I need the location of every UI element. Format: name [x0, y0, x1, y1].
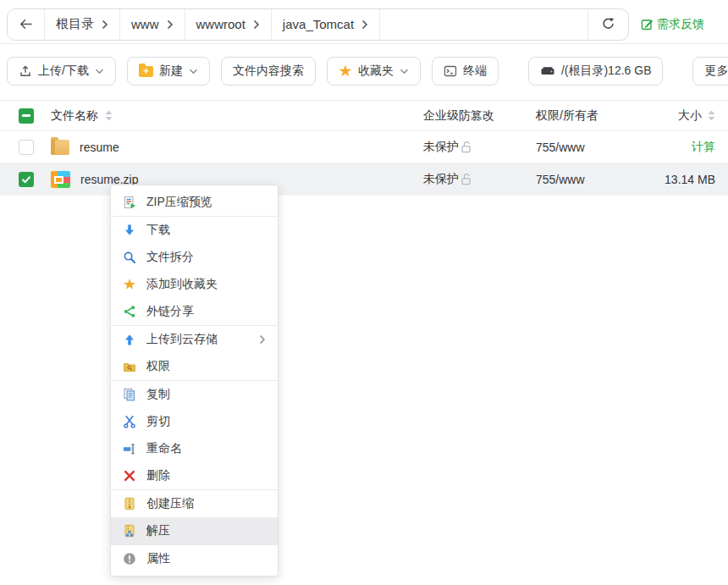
menu-item-extract[interactable]: 解压 [111, 517, 278, 544]
tamper-status[interactable]: 未保护 [423, 140, 536, 155]
top-bar: 根目录 www wwwroot java_Tomcat 需求反馈 [0, 0, 728, 44]
menu-item-label: 重命名 [146, 441, 182, 456]
chevron-down-icon [189, 69, 198, 75]
owner-permission: 755/www [536, 141, 656, 154]
table-row[interactable]: resume.zip 未保护 755/www 13.14 MB [0, 163, 728, 196]
menu-item-file-split[interactable]: 文件拆分 [111, 244, 278, 271]
content-search-button[interactable]: 文件内容搜索 [221, 57, 316, 86]
feedback-label[interactable]: 需求反馈 [657, 17, 704, 32]
permission-folder-icon [123, 360, 136, 373]
breadcrumb: 根目录 www wwwroot java_Tomcat [7, 8, 629, 41]
menu-item-zip-preview[interactable]: ZIP压缩预览 [111, 189, 278, 216]
upload-download-button[interactable]: 上传/下载 [7, 57, 116, 86]
menu-item-add-favorite[interactable]: 添加到收藏夹 [111, 271, 278, 298]
menu-item-copy[interactable]: 复制 [111, 381, 278, 408]
menu-item-attribute[interactable]: 属性 [111, 545, 278, 572]
menu-item-label: 解压 [146, 523, 170, 538]
toolbar: 上传/下载 新建 文件内容搜索 收藏夹 终端 /(根目录)12.6 GB 更多功… [0, 44, 728, 86]
breadcrumb-item-root[interactable]: 根目录 [45, 9, 120, 40]
breadcrumb-label[interactable]: java_Tomcat [283, 17, 354, 31]
zip-preview-icon [123, 196, 136, 209]
button-label: 上传/下载 [38, 63, 89, 79]
new-button[interactable]: 新建 [127, 57, 210, 86]
arrow-left-icon [19, 18, 33, 30]
refresh-icon [601, 17, 615, 31]
file-size: 13.14 MB [665, 173, 715, 186]
menu-item-label: 下载 [146, 223, 170, 238]
menu-item-label: 属性 [146, 551, 170, 566]
terminal-icon [444, 64, 457, 78]
download-arrow-icon [123, 224, 136, 237]
path-input-area[interactable] [380, 9, 587, 40]
menu-item-label: ZIP压缩预览 [146, 195, 212, 210]
select-all-checkbox[interactable] [19, 108, 34, 124]
menu-item-create-zip[interactable]: 创建压缩 [111, 490, 278, 517]
menu-item-label: 权限 [146, 359, 170, 374]
menu-item-download[interactable]: 下载 [111, 217, 278, 244]
share-icon [123, 305, 136, 318]
copy-icon [123, 388, 136, 401]
chevron-right-icon [361, 19, 368, 30]
row-checkbox[interactable] [19, 172, 34, 187]
file-name[interactable]: resume [80, 141, 119, 154]
menu-item-label: 外链分享 [146, 304, 194, 319]
disk-root-button[interactable]: /(根目录)12.6 GB [528, 57, 664, 86]
column-header-tamper[interactable]: 企业级防篡改 [423, 108, 536, 124]
refresh-button[interactable] [587, 9, 628, 40]
breadcrumb-item-wwwroot[interactable]: wwwroot [185, 9, 272, 40]
feedback-edit-icon [641, 18, 654, 30]
owner-permission: 755/www [536, 173, 656, 186]
unlock-icon [461, 173, 472, 185]
star-icon [339, 65, 352, 78]
column-header-size[interactable]: 大小 [678, 108, 702, 124]
tamper-label: 未保护 [423, 172, 459, 187]
favorite-star-icon [123, 278, 136, 291]
feedback-link[interactable]: 需求反馈 [641, 17, 704, 32]
breadcrumb-item-java-tomcat[interactable]: java_Tomcat [272, 9, 380, 40]
upload-cloud-arrow-icon [123, 333, 136, 346]
back-button[interactable] [8, 9, 45, 40]
context-menu: ZIP压缩预览 下载 文件拆分 添加到收藏夹 外链分享 上传到云存储 [110, 185, 279, 577]
breadcrumb-item-www[interactable]: www [120, 9, 185, 40]
chevron-down-icon [95, 69, 104, 75]
menu-item-cut[interactable]: 剪切 [111, 408, 278, 435]
chevron-right-icon [102, 19, 108, 30]
unlock-icon [461, 141, 472, 153]
rename-icon [123, 442, 136, 455]
breadcrumb-label[interactable]: 根目录 [56, 16, 94, 32]
menu-item-label: 创建压缩 [146, 496, 194, 511]
calculate-size-link[interactable]: 计算 [692, 140, 715, 155]
column-header-owner[interactable]: 权限/所有者 [536, 108, 656, 124]
file-split-magnifier-icon [123, 251, 136, 264]
menu-item-upload-cloud[interactable]: 上传到云存储 [111, 326, 278, 353]
button-label: 更多功能 [704, 63, 728, 79]
more-features-button[interactable]: 更多功能 [692, 57, 728, 86]
tamper-label: 未保护 [423, 140, 459, 155]
breadcrumb-label[interactable]: wwwroot [196, 17, 245, 31]
chevron-down-icon [400, 69, 409, 75]
button-label: /(根目录)12.6 GB [561, 63, 652, 79]
extract-zip-icon [123, 524, 136, 538]
menu-item-share-link[interactable]: 外链分享 [111, 298, 278, 325]
cut-scissors-icon [123, 415, 136, 428]
button-label: 文件内容搜索 [233, 63, 304, 79]
disk-icon [540, 64, 555, 78]
menu-item-permission[interactable]: 权限 [111, 353, 278, 380]
favorites-button[interactable]: 收藏夹 [327, 57, 421, 86]
menu-item-label: 复制 [146, 387, 170, 402]
menu-item-delete[interactable]: 删除 [111, 462, 278, 489]
menu-item-label: 剪切 [146, 414, 170, 429]
menu-item-label: 文件拆分 [146, 250, 194, 265]
terminal-button[interactable]: 终端 [432, 57, 499, 86]
breadcrumb-label[interactable]: www [131, 17, 159, 31]
upload-download-icon [19, 64, 32, 78]
row-checkbox[interactable] [19, 140, 34, 155]
chevron-right-icon [253, 19, 260, 30]
column-header-name[interactable]: 文件名称 [51, 108, 98, 124]
sort-icon[interactable] [105, 110, 113, 121]
menu-item-label: 上传到云存储 [146, 332, 218, 347]
menu-item-rename[interactable]: 重命名 [111, 435, 278, 462]
tamper-status[interactable]: 未保护 [423, 172, 536, 187]
table-row[interactable]: resume 未保护 755/www 计算 [0, 131, 728, 163]
sort-icon[interactable] [708, 110, 715, 121]
